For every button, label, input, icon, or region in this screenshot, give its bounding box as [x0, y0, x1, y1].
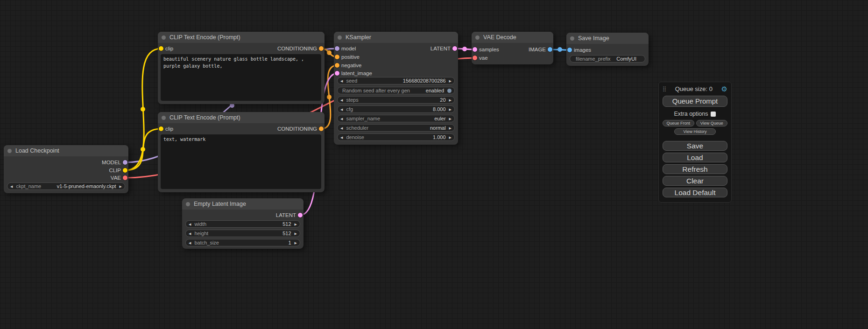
- queue-prompt-button[interactable]: Queue Prompt: [663, 96, 727, 107]
- queue-front-button[interactable]: Queue Front: [663, 120, 694, 126]
- increment-arrow-icon[interactable]: [295, 232, 297, 235]
- clip-input-dot[interactable]: [159, 46, 163, 51]
- widget-scheduler[interactable]: scheduler normal: [337, 124, 455, 132]
- collapse-dot-icon[interactable]: [475, 35, 480, 40]
- widget-batch-size[interactable]: batch_size 1: [185, 239, 300, 246]
- collapse-dot-icon[interactable]: [570, 36, 574, 41]
- collapse-dot-icon[interactable]: [162, 35, 166, 40]
- decrement-arrow-icon[interactable]: [340, 108, 343, 111]
- node-vae-decode[interactable]: VAE Decode samples vae IMAGE: [472, 32, 553, 64]
- next-arrow-icon[interactable]: [449, 126, 452, 130]
- clip-encode-positive-header[interactable]: CLIP Text Encode (Prompt): [158, 32, 325, 43]
- widget-filename-prefix[interactable]: filename_prefix ComfyUI: [570, 55, 645, 63]
- input-slot-samples[interactable]: samples: [472, 46, 499, 53]
- load-checkpoint-header[interactable]: Load Checkpoint: [4, 145, 128, 156]
- widget-denoise[interactable]: denoise 1.000: [337, 133, 455, 141]
- clip-encode-negative-header[interactable]: CLIP Text Encode (Prompt): [158, 112, 325, 123]
- clear-button[interactable]: Clear: [663, 176, 727, 186]
- latent-output-dot[interactable]: [452, 46, 457, 51]
- node-clip-text-encode-positive[interactable]: CLIP Text Encode (Prompt) clip CONDITION…: [158, 32, 325, 104]
- input-slot-vae[interactable]: vae: [472, 54, 488, 62]
- decrement-arrow-icon[interactable]: [340, 98, 343, 102]
- graph-canvas[interactable]: Load Checkpoint MODEL CLIP VAE ckpt_name…: [0, 0, 868, 329]
- decrement-arrow-icon[interactable]: [340, 79, 343, 83]
- decrement-arrow-icon[interactable]: [340, 136, 343, 139]
- increment-arrow-icon[interactable]: [449, 108, 452, 111]
- collapse-dot-icon[interactable]: [186, 202, 190, 206]
- output-slot-vae[interactable]: VAE: [111, 174, 128, 182]
- node-load-checkpoint[interactable]: Load Checkpoint MODEL CLIP VAE ckpt_name…: [4, 145, 128, 193]
- extra-options-checkbox[interactable]: [711, 112, 716, 117]
- prev-arrow-icon[interactable]: [340, 126, 343, 130]
- output-slot-model[interactable]: MODEL: [102, 159, 128, 166]
- drag-handle-icon[interactable]: [663, 86, 666, 91]
- save-button[interactable]: Save: [663, 141, 727, 151]
- widget-random-seed-toggle[interactable]: Random seed after every gen enabled: [337, 87, 455, 94]
- model-output-dot[interactable]: [123, 160, 127, 165]
- decrement-arrow-icon[interactable]: [189, 223, 191, 226]
- load-button[interactable]: Load: [663, 153, 727, 162]
- node-empty-latent-image[interactable]: Empty Latent Image LATENT width 512 heig…: [182, 198, 303, 249]
- image-output-dot[interactable]: [548, 47, 552, 52]
- widget-height[interactable]: height 512: [185, 230, 300, 237]
- input-slot-positive[interactable]: positive: [334, 53, 360, 61]
- vae-input-dot[interactable]: [473, 56, 477, 60]
- prompt-textarea[interactable]: text, watermark: [161, 134, 321, 189]
- settings-gear-icon[interactable]: [721, 85, 727, 92]
- collapse-dot-icon[interactable]: [162, 116, 166, 120]
- view-history-button[interactable]: View History: [674, 128, 716, 135]
- prompt-textarea[interactable]: beautiful scenery nature glass bottle la…: [161, 54, 321, 101]
- input-slot-latent-image[interactable]: latent_image: [334, 70, 372, 77]
- increment-arrow-icon[interactable]: [449, 98, 452, 102]
- ksampler-header[interactable]: KSampler: [334, 32, 458, 43]
- input-slot-images[interactable]: images: [566, 46, 591, 54]
- widget-sampler-name[interactable]: sampler_name euler: [337, 115, 455, 122]
- input-slot-model[interactable]: model: [334, 45, 356, 52]
- vae-decode-header[interactable]: VAE Decode: [472, 32, 553, 43]
- next-arrow-icon[interactable]: [120, 185, 122, 188]
- widget-seed[interactable]: seed 156680208700286: [337, 77, 455, 84]
- node-save-image[interactable]: Save Image images filename_prefix ComfyU…: [566, 33, 649, 66]
- toggle-dot-icon[interactable]: [447, 89, 452, 93]
- positive-input-dot[interactable]: [335, 55, 339, 59]
- clip-output-dot[interactable]: [123, 168, 127, 173]
- increment-arrow-icon[interactable]: [449, 136, 452, 139]
- output-slot-conditioning[interactable]: CONDITIONING: [277, 45, 325, 52]
- next-arrow-icon[interactable]: [449, 117, 452, 120]
- widget-ckpt-name[interactable]: ckpt_name v1-5-pruned-emaonly.ckpt: [7, 182, 125, 190]
- node-clip-text-encode-negative[interactable]: CLIP Text Encode (Prompt) clip CONDITION…: [158, 112, 325, 192]
- input-slot-negative[interactable]: negative: [334, 62, 361, 69]
- conditioning-output-dot[interactable]: [319, 46, 324, 51]
- clip-input-dot[interactable]: [159, 126, 163, 131]
- negative-input-dot[interactable]: [335, 63, 339, 68]
- widget-width[interactable]: width 512: [185, 220, 300, 228]
- refresh-button[interactable]: Refresh: [663, 164, 727, 174]
- input-slot-clip[interactable]: clip: [158, 125, 173, 133]
- widget-steps[interactable]: steps 20: [337, 96, 455, 104]
- collapse-dot-icon[interactable]: [338, 35, 342, 40]
- increment-arrow-icon[interactable]: [295, 241, 297, 245]
- decrement-arrow-icon[interactable]: [189, 241, 191, 245]
- output-slot-latent[interactable]: LATENT: [276, 211, 303, 219]
- conditioning-output-dot[interactable]: [319, 126, 324, 131]
- increment-arrow-icon[interactable]: [449, 79, 452, 83]
- save-image-header[interactable]: Save Image: [566, 33, 649, 44]
- output-slot-image[interactable]: IMAGE: [529, 46, 553, 53]
- node-ksampler[interactable]: KSampler model positive negative latent_…: [334, 32, 458, 145]
- vae-output-dot[interactable]: [123, 175, 127, 180]
- latent-output-dot[interactable]: [298, 213, 303, 217]
- view-queue-button[interactable]: View Queue: [696, 120, 728, 126]
- model-input-dot[interactable]: [335, 46, 339, 51]
- load-default-button[interactable]: Load Default: [663, 188, 727, 197]
- collapse-dot-icon[interactable]: [7, 149, 12, 153]
- output-slot-clip[interactable]: CLIP: [109, 167, 128, 174]
- latent-image-input-dot[interactable]: [335, 71, 339, 76]
- prev-arrow-icon[interactable]: [340, 117, 343, 120]
- output-slot-latent[interactable]: LATENT: [430, 45, 458, 52]
- increment-arrow-icon[interactable]: [295, 223, 297, 226]
- samples-input-dot[interactable]: [473, 47, 477, 52]
- input-slot-clip[interactable]: clip: [158, 45, 173, 52]
- decrement-arrow-icon[interactable]: [189, 232, 191, 235]
- output-slot-conditioning[interactable]: CONDITIONING: [277, 125, 325, 133]
- prev-arrow-icon[interactable]: [10, 185, 13, 188]
